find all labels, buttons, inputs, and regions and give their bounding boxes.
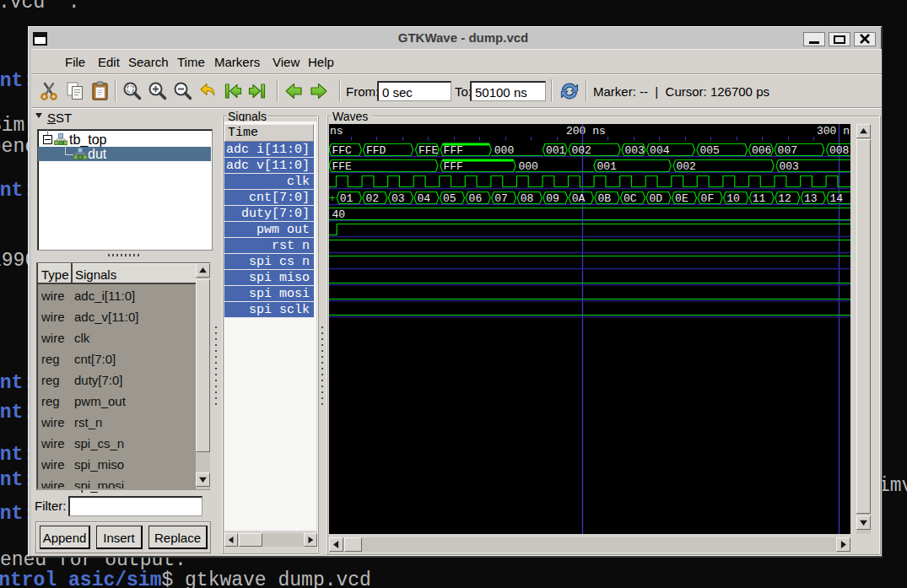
svg-text:006: 006 [752, 144, 771, 157]
svg-text:08: 08 [521, 192, 534, 205]
svg-text:001: 001 [546, 144, 566, 157]
svg-text:0B: 0B [597, 192, 611, 205]
svg-text:003: 003 [780, 160, 799, 173]
svg-text:03: 03 [391, 192, 405, 205]
svg-text:04: 04 [418, 192, 431, 205]
svg-text:ns: ns [330, 125, 343, 138]
svg-text:004: 004 [650, 144, 670, 157]
svg-text:000: 000 [494, 144, 514, 157]
svg-text:0D: 0D [650, 192, 663, 205]
svg-text:05: 05 [443, 192, 456, 205]
svg-text:0A: 0A [572, 192, 586, 205]
svg-text:005: 005 [700, 144, 720, 157]
svg-text:13: 13 [804, 192, 818, 205]
svg-text:0F: 0F [701, 192, 715, 205]
svg-text:14: 14 [829, 192, 843, 205]
svg-text:02: 02 [365, 192, 379, 205]
svg-text:FFE: FFE [332, 160, 353, 173]
svg-text:007: 007 [778, 144, 797, 157]
svg-text:12: 12 [778, 192, 791, 205]
svg-text:06: 06 [469, 192, 483, 205]
svg-text:002: 002 [677, 160, 696, 173]
svg-text:200 ns: 200 ns [566, 125, 606, 138]
svg-text:003: 003 [625, 144, 645, 157]
svg-text:000: 000 [519, 160, 538, 173]
svg-text:40: 40 [332, 208, 346, 221]
svg-text:09: 09 [546, 192, 559, 205]
svg-text:FFD: FFD [366, 144, 386, 157]
svg-text:001: 001 [597, 160, 617, 173]
svg-text:10: 10 [726, 192, 740, 205]
svg-text:11: 11 [753, 192, 766, 205]
svg-text:FFF: FFF [444, 160, 463, 173]
svg-text:FFE: FFE [418, 144, 439, 157]
svg-text:07: 07 [494, 192, 508, 205]
svg-text:300 ns: 300 ns [817, 125, 850, 138]
svg-text:FFF: FFF [444, 144, 463, 157]
svg-text:0E: 0E [675, 192, 688, 205]
svg-text:FFC: FFC [332, 144, 353, 157]
svg-text:01: 01 [340, 192, 354, 205]
svg-text:008: 008 [829, 144, 849, 157]
svg-text:0C: 0C [624, 192, 637, 205]
svg-text:002: 002 [572, 144, 591, 157]
svg-text:+: + [329, 192, 336, 205]
